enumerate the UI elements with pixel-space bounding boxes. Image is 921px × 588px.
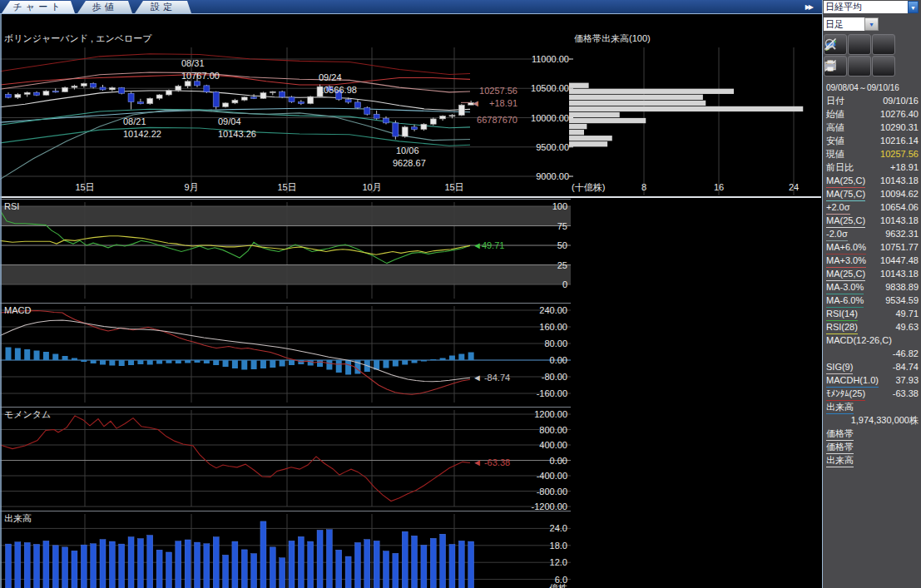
- capture-disabled-button[interactable]: [848, 56, 871, 77]
- info-row-value: 10447.48: [880, 254, 919, 268]
- right-sidebar: 日経平均 ▼ 日足 ▼ 09/08/04～09/10/16日付09/10/16始…: [822, 0, 921, 588]
- info-row-label[interactable]: MA(25,C): [826, 175, 865, 188]
- svg-text:-400.00: -400.00: [537, 471, 567, 481]
- info-row: MA+6.0%10751.77: [823, 241, 921, 254]
- info-row-label[interactable]: MACDH(1.0): [826, 374, 879, 388]
- volume-chart[interactable]: 24.018.012.06.0億株出来高: [0, 511, 821, 588]
- svg-text:12.0: 12.0: [550, 557, 567, 567]
- svg-text:9000.00: 9000.00: [536, 171, 569, 181]
- svg-text:10000.00: 10000.00: [531, 113, 569, 123]
- tab-price-steps[interactable]: 歩値: [77, 1, 132, 13]
- svg-text:09/04: 09/04: [218, 116, 241, 126]
- svg-text:15日: 15日: [444, 182, 463, 192]
- svg-text:RSI: RSI: [4, 201, 19, 211]
- info-row-label[interactable]: MA(25,C): [826, 215, 865, 228]
- info-row-value: 10290.31: [880, 121, 919, 135]
- info-row: 価格帯: [823, 441, 921, 454]
- panel-left-border: [0, 14, 2, 588]
- info-row: 安値10216.14: [823, 135, 921, 148]
- svg-text:400.00: 400.00: [539, 440, 567, 450]
- svg-text:1200.00: 1200.00: [534, 409, 567, 419]
- timeframe-dropdown-arrow-icon[interactable]: ▼: [864, 17, 879, 31]
- rsi-chart[interactable]: 1007550250◄49.71RSI: [0, 199, 821, 303]
- info-row: 高値10290.31: [823, 121, 921, 135]
- info-row: 日付09/10/16: [823, 95, 921, 108]
- info-row-label[interactable]: +2.0σ: [826, 201, 850, 215]
- symbol-dropdown-arrow-icon[interactable]: ▼: [908, 1, 919, 13]
- info-row-label: 日付: [826, 95, 844, 108]
- svg-text:0.00: 0.00: [550, 456, 567, 466]
- svg-text:10257.56: 10257.56: [479, 86, 517, 96]
- svg-text:-1200.00: -1200.00: [532, 502, 567, 511]
- info-row-label[interactable]: MA-3.0%: [826, 281, 864, 294]
- info-row-label[interactable]: SIG(9): [826, 361, 853, 374]
- svg-text:◄ -63.38: ◄ -63.38: [473, 457, 510, 467]
- print-icon: [824, 59, 837, 73]
- info-row-label[interactable]: 出来高: [826, 401, 854, 414]
- info-row-label[interactable]: ﾓﾒﾝﾀﾑ(25): [826, 388, 865, 401]
- svg-text:11000.00: 11000.00: [532, 54, 569, 64]
- info-row-label: 始値: [826, 108, 844, 121]
- info-row-value: 37.93: [895, 374, 919, 388]
- svg-text:9月: 9月: [184, 182, 198, 192]
- info-row-value: 49.63: [895, 321, 919, 334]
- svg-text:160.00: 160.00: [539, 322, 567, 332]
- info-row: -2.0σ9632.31: [823, 228, 921, 241]
- chart-area: 15日9月15日10月15日11000.0010500.0010000.0095…: [0, 14, 821, 588]
- momentum-chart[interactable]: 1200.00800.00400.000.00-400.00-800.00-12…: [0, 407, 821, 511]
- info-row: 価格帯: [823, 427, 921, 441]
- zoom-disabled-button[interactable]: [872, 34, 895, 55]
- svg-text:75: 75: [557, 221, 567, 231]
- info-row-label: 現値: [826, 148, 844, 161]
- info-row-label[interactable]: 価格帯: [826, 441, 854, 454]
- svg-text:MACD: MACD: [4, 305, 31, 315]
- tab-chart[interactable]: チャート: [2, 1, 75, 13]
- svg-text:10767.00: 10767.00: [181, 71, 220, 81]
- info-row: MACDH(1.0)37.93: [823, 374, 921, 388]
- info-row-label[interactable]: MA+3.0%: [826, 254, 866, 268]
- svg-text:-80.00: -80.00: [542, 372, 567, 382]
- svg-text:100: 100: [552, 201, 567, 211]
- svg-text:24.0: 24.0: [550, 523, 567, 533]
- svg-text:◄49.71: ◄49.71: [473, 240, 504, 250]
- svg-text:+18.91: +18.91: [489, 98, 517, 108]
- tab-settings[interactable]: 設定: [135, 1, 191, 13]
- svg-text:25: 25: [557, 260, 567, 270]
- tab-overflow-icon[interactable]: ▶▶: [805, 3, 812, 11]
- eraser-button[interactable]: [848, 34, 871, 55]
- info-row-label[interactable]: MA+6.0%: [826, 241, 866, 254]
- info-row: 現値10257.56: [823, 148, 921, 161]
- symbol-select[interactable]: 日経平均: [824, 1, 909, 13]
- info-row-label[interactable]: 価格帯: [826, 427, 854, 441]
- svg-text:10566.98: 10566.98: [319, 85, 357, 95]
- info-row-label[interactable]: MA(25,C): [826, 268, 865, 281]
- svg-text:出来高: 出来高: [4, 513, 32, 523]
- svg-text:24: 24: [789, 182, 799, 192]
- svg-text:15日: 15日: [75, 182, 94, 192]
- print-button[interactable]: [872, 56, 895, 77]
- tab-chart-label: チャート: [13, 2, 64, 12]
- svg-text:0: 0: [562, 279, 567, 289]
- svg-text:0.00: 0.00: [550, 355, 567, 365]
- svg-text:(十億株): (十億株): [572, 182, 605, 192]
- price-band-volume-chart: 81624(十億株)価格帯出来高(100): [569, 33, 803, 195]
- chart-application-window: チャート 歩値 設定 ▶▶ 15日9月15日10月15日11000.001050…: [0, 0, 921, 588]
- info-row: MACD(12-26,C): [823, 334, 921, 348]
- svg-text:◄ -84.74: ◄ -84.74: [473, 373, 510, 383]
- info-row-value: -84.74: [893, 361, 919, 374]
- svg-text:08/31: 08/31: [181, 58, 205, 68]
- info-row-label[interactable]: MA-6.0%: [826, 294, 864, 308]
- info-row-label[interactable]: -2.0σ: [826, 228, 848, 241]
- info-row-label: 高値: [826, 121, 844, 135]
- macd-chart[interactable]: 240.00160.0080.000.00-80.00-160.00◄ -84.…: [0, 303, 821, 407]
- svg-text:09/24: 09/24: [319, 72, 342, 82]
- info-row-label[interactable]: RSI(28): [826, 321, 858, 334]
- timeframe-select[interactable]: 日足: [824, 17, 865, 31]
- svg-text:50: 50: [557, 240, 567, 250]
- info-row-label[interactable]: 出来高: [826, 454, 854, 467]
- info-row-label: 安値: [826, 135, 844, 148]
- info-row-value: 10654.06: [880, 201, 919, 215]
- info-row-label[interactable]: MA(75,C): [826, 188, 865, 201]
- info-row-label[interactable]: RSI(14): [826, 308, 858, 321]
- main-candlestick-chart[interactable]: 15日9月15日10月15日11000.0010500.0010000.0095…: [0, 28, 821, 199]
